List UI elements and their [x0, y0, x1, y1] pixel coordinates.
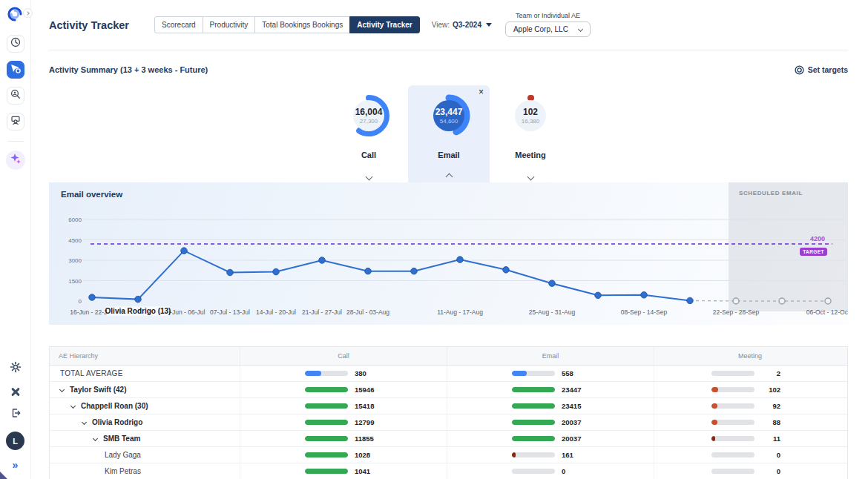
metric-bar	[512, 387, 555, 392]
sidebar: L »	[0, 0, 31, 479]
call-expand-chevron[interactable]	[366, 169, 372, 182]
email-cell: 23447	[447, 382, 654, 397]
email-donut: 23,447 54,600	[427, 94, 470, 134]
table-row[interactable]: SMB Team118552003711	[50, 431, 847, 447]
metric-value: 92	[761, 402, 780, 410]
ai-sparkle-icon	[9, 152, 22, 168]
sidebar-divider	[7, 141, 24, 142]
ae-selector-label: Team or Individual AE	[516, 12, 580, 19]
ae-selector-dropdown[interactable]: Apple Corp, LLC	[505, 22, 591, 37]
metric-value: 558	[562, 369, 573, 377]
table-row[interactable]: Chappell Roan (30)154182341592	[50, 398, 847, 414]
metric-value: 11	[761, 435, 780, 443]
view-selector[interactable]: View: Q3-2024	[432, 21, 492, 29]
metric-bar	[512, 403, 555, 409]
hierarchy-cell: Kim Petras	[50, 467, 240, 475]
user-avatar[interactable]: L	[6, 432, 24, 450]
metric-bar	[711, 403, 754, 409]
svg-text:4500: 4500	[68, 237, 82, 244]
summary-title: Activity Summary (13 + 3 weeks - Future)	[49, 65, 208, 74]
call-cell: 11855	[240, 431, 447, 446]
row-expand-chevron[interactable]	[70, 403, 76, 409]
metric-bar	[711, 420, 754, 425]
metric-bar	[512, 371, 555, 376]
row-label: Olivia Rodrigo	[92, 418, 142, 426]
meeting-cell: 92	[654, 398, 846, 414]
metric-bar	[711, 452, 754, 457]
sidebar-item-presentation[interactable]	[7, 113, 24, 131]
email-overview-panel: SCHEDULED EMAIL 015003000450060004200TAR…	[49, 182, 848, 325]
chart-title: Email overview	[61, 190, 122, 199]
table-row[interactable]: Kim Petras104100	[50, 463, 847, 479]
view-label: View:	[432, 21, 450, 29]
history-icon	[10, 36, 22, 51]
email-target: 54,600	[440, 118, 458, 125]
sidebar-expand-button[interactable]	[23, 8, 33, 18]
meeting-cell: 11	[654, 431, 846, 446]
meeting-cell: 0	[654, 447, 846, 463]
settings-gear-icon[interactable]	[10, 361, 22, 376]
metric-value: 380	[355, 369, 366, 377]
call-value: 16,004	[355, 107, 383, 117]
email-card-label: Email	[438, 151, 459, 159]
svg-text:Olivia Rodrigo (13): Olivia Rodrigo (13)	[105, 307, 171, 315]
activity-tracker-icon	[10, 62, 22, 77]
hierarchy-cell: Chappell Roan (30)	[50, 402, 240, 410]
hierarchy-cell: Olivia Rodrigo	[50, 418, 240, 426]
summary-card-meeting[interactable]: 102 16,380 Meeting	[493, 85, 568, 182]
activity-tracker-app: L » Activity Tracker Scorecard Productiv…	[0, 0, 868, 479]
svg-text:11-Aug - 17-Aug: 11-Aug - 17-Aug	[437, 308, 483, 316]
sidebar-collapse-toggle[interactable]: »	[13, 460, 19, 470]
metric-bar	[305, 420, 348, 425]
metric-bar	[512, 469, 555, 474]
email-collapse-chevron[interactable]	[447, 169, 452, 182]
summary-card-call[interactable]: 16,004 27,300 Call	[332, 85, 406, 182]
row-expand-chevron[interactable]	[59, 387, 65, 392]
hierarchy-cell: Lady Gaga	[50, 451, 240, 459]
tab-total-bookings[interactable]: Total Bookings Bookings	[254, 16, 350, 33]
summary-card-email[interactable]: × 23,447 54,600 Email	[408, 85, 490, 182]
hierarchy-cell: TOTAL AVERAGE	[50, 369, 240, 377]
tab-productivity[interactable]: Productivity	[203, 16, 256, 33]
brand-logo-icon[interactable]	[6, 5, 24, 26]
column-header-hierarchy: AE Hierarchy	[50, 352, 240, 360]
meeting-expand-chevron[interactable]	[528, 169, 533, 182]
ae-selector-group: Team or Individual AE Apple Corp, LLC	[505, 12, 591, 37]
table-row[interactable]: TOTAL AVERAGE3805582	[50, 366, 847, 382]
meeting-cell: 88	[654, 414, 846, 430]
svg-text:21-Jul - 27-Jul: 21-Jul - 27-Jul	[302, 308, 342, 316]
tab-scorecard[interactable]: Scorecard	[154, 16, 203, 33]
row-expand-chevron[interactable]	[82, 420, 87, 425]
sidebar-item-history[interactable]	[7, 35, 24, 53]
tab-bar: Scorecard Productivity Total Bookings Bo…	[154, 16, 420, 33]
email-overview-chart[interactable]: 015003000450060004200TARGET16-Jun - 22-J…	[49, 182, 848, 325]
metric-value: 12799	[355, 418, 374, 426]
table-row[interactable]: Taylor Swift (42)1594623447102	[50, 382, 847, 398]
logout-icon[interactable]	[10, 407, 22, 422]
table-header: AE Hierarchy Call Email Meeting	[50, 347, 847, 366]
set-targets-button[interactable]: Set targets	[795, 65, 848, 75]
table-row[interactable]: Lady Gaga10281610	[50, 447, 847, 463]
close-icon[interactable]: ×	[479, 87, 484, 96]
corner-decoration	[0, 472, 7, 479]
table-row[interactable]: Olivia Rodrigo127992003788	[50, 414, 847, 431]
metric-value: 88	[761, 418, 780, 426]
ae-selector-value: Apple Corp, LLC	[513, 25, 568, 33]
metric-value: 0	[562, 467, 565, 475]
email-cell: 20037	[447, 414, 654, 430]
meeting-cell: 102	[654, 382, 846, 397]
sidebar-item-activity-tracker[interactable]	[7, 61, 24, 79]
sidebar-item-ai-assistant[interactable]	[6, 151, 25, 170]
column-header-email: Email	[447, 347, 654, 365]
metric-value: 15946	[355, 386, 374, 394]
email-value: 23,447	[435, 107, 463, 117]
tab-activity-tracker[interactable]: Activity Tracker	[349, 16, 420, 33]
call-cell: 15946	[240, 382, 447, 397]
tools-icon[interactable]	[10, 386, 22, 397]
sidebar-item-search-people[interactable]	[7, 87, 24, 105]
row-expand-chevron[interactable]	[93, 436, 98, 441]
call-card-label: Call	[361, 151, 376, 159]
svg-text:1500: 1500	[68, 278, 82, 285]
email-cell: 161	[447, 447, 654, 463]
metric-bar	[305, 436, 348, 441]
